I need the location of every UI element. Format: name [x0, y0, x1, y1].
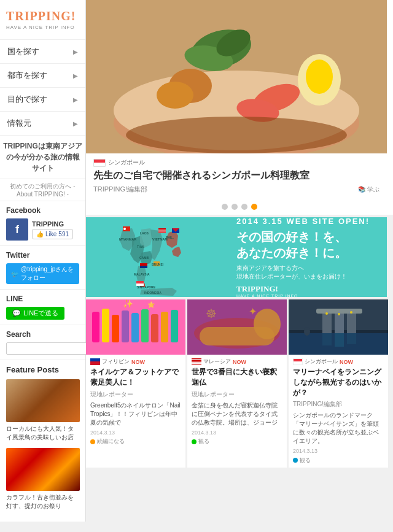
card-country: シンガポール NOW — [293, 358, 384, 366]
svg-text:CAMB: CAMB — [139, 256, 149, 260]
post-card[interactable]: ✨ ⭐ フィリピン NOW ネイルケア＆フットケアで素足美人に！ 現地レポーター… — [86, 299, 185, 468]
twitter-bird-icon: 🐦 — [11, 271, 18, 277]
card-title: ネイルケア＆フットケアで素足美人に！ — [90, 367, 181, 388]
nav-arrow: ▶ — [73, 96, 78, 103]
singapore-flag-small — [293, 358, 303, 365]
feature-post-image — [6, 379, 80, 422]
svg-rect-62 — [187, 299, 287, 355]
nav-find-purpose[interactable]: 目的で探す ▶ — [0, 88, 85, 112]
feature-post-caption: カラフル！古き街並みを灯す、提灯のお祭り — [6, 493, 79, 511]
svg-rect-53 — [151, 314, 158, 342]
card-country: マレーシア NOW — [192, 358, 282, 366]
svg-rect-72 — [322, 333, 332, 345]
slider-dot[interactable] — [222, 204, 228, 210]
svg-point-75 — [325, 312, 328, 315]
svg-rect-52 — [141, 309, 149, 342]
svg-text:INDONESIA: INDONESIA — [144, 291, 161, 295]
card-desc: Greenbelt5のネイルサロン「Nail Tropics」！！フィリピンは年… — [90, 401, 181, 427]
main-nav: 国を探す ▶ 都市を探す ▶ 目的で探す ▶ 情報元 ▶ — [0, 40, 85, 136]
svg-text:✦: ✦ — [249, 306, 257, 317]
svg-rect-73 — [335, 333, 344, 347]
slider-dot-active[interactable] — [251, 204, 257, 210]
svg-rect-55 — [171, 310, 178, 342]
banner-subtext: 東南アジアを旅する方へ 現地在住レポーターが、いまをお届け！ — [236, 264, 378, 281]
feature-posts-section: Feature Posts ローカルにも大人気！タイ風景鳥の美味しいお店 カラフ… — [0, 360, 85, 522]
card-date: 2014.3.13 — [293, 448, 384, 454]
svg-rect-51 — [131, 313, 139, 342]
svg-text:☸: ☸ — [206, 307, 217, 320]
banner-tagline: その国の好き！を、 あなたの好き！に。 — [236, 229, 378, 261]
nav-info-source[interactable]: 情報元 ▶ — [0, 112, 85, 136]
svg-rect-54 — [161, 312, 168, 342]
site-description: TRIPPINGは東南アジアの今が分かる旅の情報サイト — [0, 136, 85, 179]
feature-post-caption: ローカルにも大人気！タイ風景鳥の美味しいお店 — [6, 425, 79, 442]
post-card[interactable]: ☸ ✦ マレーシア NOW 世界で3番目に大きい寝釈迦仏 現地レポーター 金箔に… — [187, 299, 287, 468]
svg-point-76 — [338, 313, 340, 315]
slider-dot[interactable] — [232, 204, 238, 210]
svg-rect-47 — [92, 312, 99, 342]
banner-text: 2014 3.15 WEB SITE OPEN! その国の好き！を、 あなたの好… — [227, 217, 387, 297]
search-widget: Search SEARCH — [0, 325, 85, 360]
svg-rect-50 — [122, 310, 129, 342]
banner-logo-sub: HAVE A NICE TRIP INFO — [236, 294, 378, 298]
logo-title: TRIPPING! — [6, 9, 79, 23]
facebook-like-button[interactable]: 👍 Like 591 — [32, 229, 73, 239]
marina-image — [289, 299, 388, 355]
hero-country-flag: シンガポール — [93, 158, 145, 167]
svg-text:LAOS: LAOS — [140, 231, 149, 235]
slider-dots — [86, 199, 393, 215]
svg-text:MYANMAR: MYANMAR — [119, 237, 136, 241]
svg-text:⭐: ⭐ — [147, 301, 155, 309]
post-cards-row: ✨ ⭐ フィリピン NOW ネイルケア＆フットケアで素足美人に！ 現地レポーター… — [86, 299, 393, 468]
card-date: 2014.3.13 — [90, 430, 181, 436]
hero-author: TRIPPING!編集部 — [93, 185, 147, 194]
card-desc: 金箔に身を包んだ寝釈迦仏寺院に圧倒ペナンを代表するタイ式の仏教寺院。場所は、ジョ… — [192, 401, 282, 427]
svg-rect-37 — [158, 228, 166, 233]
line-widget: LINE 💬 LINEで送る — [0, 290, 85, 325]
card-author: 現地レポーター — [192, 390, 282, 399]
search-input[interactable] — [6, 342, 98, 355]
svg-rect-74 — [347, 333, 356, 344]
facebook-widget: Facebook f TRIPPING 👍 Like 591 — [0, 201, 85, 246]
slider-dot[interactable] — [241, 204, 247, 210]
promotional-banner: MYANMAR THAI LAOS VIETNAM CAMB MALAYSIA … — [86, 217, 387, 297]
line-send-button[interactable]: 💬 LINEで送る — [6, 307, 64, 320]
nav-find-city[interactable]: 都市を探す ▶ — [0, 64, 85, 88]
post-card[interactable]: シンガポール NOW マリーナベイをランニングしながら観光するのはいかが？ TR… — [289, 299, 388, 468]
svg-point-77 — [350, 311, 352, 314]
svg-rect-70 — [347, 310, 356, 333]
card-action: 観る — [293, 457, 311, 465]
card-title: 世界で3番目に大きい寝釈迦仏 — [192, 367, 282, 388]
card-desc: シンガポールのランドマーク「マリーナベイサンズ」を筆頭に数々の観光名所が立ち並ぶ… — [293, 411, 384, 445]
post-card-image: ✨ ⭐ — [86, 299, 185, 355]
card-title: マリーナベイをランニングしながら観光するのはいかが？ — [293, 367, 384, 398]
svg-rect-13 — [86, 217, 227, 297]
svg-point-41 — [123, 228, 126, 230]
nav-arrow: ▶ — [73, 120, 78, 127]
twitter-follow-button[interactable]: 🐦 @tripping_jpさんをフォロー — [6, 263, 79, 284]
philippines-flag — [90, 358, 100, 365]
svg-text:BRUNEI: BRUNEI — [152, 263, 164, 266]
thumbs-up-icon: 👍 — [36, 231, 44, 237]
svg-rect-68 — [322, 312, 332, 333]
action-indicator — [90, 439, 95, 444]
svg-text:PHIL.: PHIL. — [166, 236, 174, 239]
svg-point-11 — [157, 82, 193, 109]
hero-caption: シンガポール 先生のご自宅で開催されるシンガポール料理教室 TRIPPING!編… — [86, 153, 393, 199]
post-card-image — [289, 299, 388, 355]
nav-find-country[interactable]: 国を探す ▶ — [0, 40, 85, 64]
svg-rect-49 — [112, 315, 119, 342]
feature-post-item[interactable]: カラフル！古き街並みを灯す、提灯のお祭り — [6, 448, 79, 511]
svg-point-6 — [306, 60, 333, 94]
svg-rect-45 — [136, 283, 144, 286]
post-card-meta: マレーシア NOW 世界で3番目に大きい寝釈迦仏 現地レポーター 金箔に身を包ん… — [187, 355, 287, 449]
card-country: フィリピン NOW — [90, 358, 181, 366]
about-link[interactable]: 初めてのご利用の方へ - About TRIPPING! - — [0, 179, 85, 201]
action-indicator — [192, 439, 196, 444]
temple-image: ☸ ✦ — [187, 299, 287, 355]
nav-arrow: ▶ — [73, 72, 78, 79]
feature-post-item[interactable]: ローカルにも大人気！タイ風景鳥の美味しいお店 — [6, 379, 79, 442]
card-author: TRIPPING!編集部 — [293, 400, 384, 409]
banner-logo: TRIPPING! — [236, 284, 378, 294]
banner-map: MYANMAR THAI LAOS VIETNAM CAMB MALAYSIA … — [86, 217, 227, 297]
